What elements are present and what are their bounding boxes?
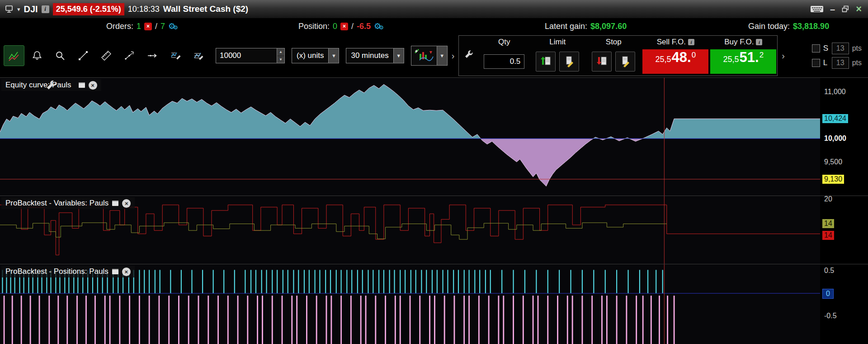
panel-expand-chevron[interactable]: › [782, 51, 785, 61]
edit-stop-order-button[interactable] [615, 52, 635, 72]
panel-close-button[interactable]: × [122, 199, 131, 208]
long-position-bar [616, 270, 617, 293]
horizontal-line-tool-icon[interactable] [142, 45, 163, 66]
axis-label: -0.5 [822, 311, 839, 320]
place-limit-order-button[interactable] [536, 52, 556, 72]
step-down-icon[interactable]: ▼ [277, 56, 284, 63]
annotate-lines-pencil-icon[interactable] [188, 45, 209, 66]
info-icon[interactable]: i [42, 5, 49, 13]
instrument-symbol[interactable]: DJI [24, 4, 38, 14]
sell-info-icon[interactable]: i [688, 39, 694, 45]
long-position-bar [288, 270, 288, 293]
chevron-down-icon[interactable]: ▼ [437, 46, 447, 65]
panel-close-button[interactable]: × [122, 268, 131, 276]
cancel-orders-icon[interactable]: × [144, 23, 152, 30]
buy-price-button[interactable]: 25,5 51. 2 [710, 49, 776, 74]
equity-price-axis[interactable]: 11,00010,42410,0009,5009,130 [820, 78, 868, 196]
buy-header-label: Buy F.O. [724, 38, 754, 47]
chevron-down-icon[interactable]: ▼ [393, 48, 404, 63]
quantity-input[interactable] [216, 48, 277, 63]
order-settings-wrench-icon[interactable] [464, 49, 474, 61]
short-position-bar [667, 296, 668, 344]
short-position-bar [85, 296, 87, 344]
long-position-bar [155, 270, 156, 293]
red-series-line [0, 205, 820, 255]
buy-price-sup: 2 [760, 51, 764, 60]
segment-tool-icon[interactable] [119, 45, 140, 66]
long-position-bar [437, 270, 438, 293]
backtest-variables-plot[interactable]: ProBacktest - Variables: Pauls × [0, 196, 820, 264]
place-stop-order-button[interactable] [592, 52, 612, 72]
short-position-bar [272, 296, 273, 344]
close-button[interactable]: × [856, 5, 862, 13]
s-checkbox[interactable] [812, 44, 820, 53]
instrument-dropdown-caret[interactable]: ▾ [17, 6, 20, 13]
short-position-bar [291, 296, 292, 344]
s-points-value[interactable]: 13 [832, 43, 849, 54]
short-position-bar [158, 296, 160, 344]
long-position-bar [421, 270, 422, 293]
keyboard-button[interactable] [810, 5, 824, 14]
stop-distance-row: S 13 pts [812, 43, 862, 54]
long-position-bar [283, 270, 283, 293]
long-position-bar [469, 270, 470, 293]
short-position-bar [109, 296, 111, 344]
long-position-bar [639, 270, 640, 293]
panel-restore-button[interactable] [112, 269, 118, 274]
long-position-bar [255, 270, 256, 293]
alerts-bell-icon[interactable] [27, 45, 47, 66]
timeframe-select[interactable]: 30 minutes ▼ [346, 48, 404, 63]
trendline-tool-icon[interactable] [73, 45, 94, 66]
equity-curve-plot[interactable]: Equity curve: Pauls × [0, 78, 820, 196]
workspace-icon[interactable] [5, 5, 14, 14]
sell-price-button[interactable]: 25,5 48. 0 [642, 49, 708, 74]
backtest-positions-plot[interactable]: ProBacktest - Positions: Pauls × [0, 264, 820, 344]
ruler-tool-icon[interactable] [96, 45, 117, 66]
quantity-stepper[interactable]: ▲ ▼ [277, 48, 284, 63]
equity-curve-canvas[interactable] [0, 78, 820, 196]
zoom-icon[interactable] [50, 45, 71, 66]
order-qty-input[interactable] [484, 55, 524, 68]
order-qty-field[interactable] [484, 54, 524, 69]
units-select[interactable]: (x) units ▼ [292, 48, 339, 63]
short-position-bar [178, 296, 179, 344]
orders-settings-gear-icon[interactable]: ⚙⚙ [168, 23, 178, 30]
panel-restore-button[interactable] [112, 201, 118, 206]
limit-order-buttons [536, 52, 579, 72]
orders-alt-count: 7 [160, 22, 165, 31]
draw-lines-pencil-icon[interactable] [165, 45, 186, 66]
step-up-icon[interactable]: ▲ [277, 48, 284, 56]
edit-limit-order-button[interactable] [559, 52, 579, 72]
short-position-bar [48, 296, 50, 344]
l-points-value[interactable]: 13 [832, 57, 849, 69]
market-name: Wall Street Cash ($2) [163, 4, 248, 14]
short-position-bar [419, 296, 420, 344]
short-position-bar [567, 296, 568, 344]
positions-value-axis[interactable]: 0.50-0.5 [820, 264, 868, 344]
title-bar: ▾ DJI i 25,549.6 (-2.51%) 10:18:33 Wall … [0, 0, 868, 19]
position-status: Position: 0 × / -6.5 ⚙⚙ [298, 19, 384, 34]
equity-panel-header: Equity curve: Pauls × [1, 79, 101, 91]
long-position-bar [277, 270, 278, 293]
positions-panel-header: ProBacktest - Positions: Pauls × [1, 266, 135, 277]
axis-label: 0 [822, 289, 834, 299]
chart-style-button[interactable]: ▼ [411, 46, 448, 66]
variables-value-axis[interactable]: 201414 [820, 196, 868, 264]
buy-info-icon[interactable]: i [756, 39, 762, 45]
panel-collapse-chevron[interactable]: › [452, 51, 455, 61]
buy-price-big: 51. [740, 49, 759, 66]
long-position-bar [304, 270, 305, 293]
l-checkbox[interactable] [812, 59, 820, 67]
buy-price-prefix: 25,5 [723, 55, 739, 64]
long-position-bar [570, 270, 571, 293]
axis-label: 0.5 [822, 266, 836, 275]
long-position-bar [432, 270, 433, 293]
position-settings-gear-icon[interactable]: ⚙⚙ [374, 23, 384, 30]
minimize-button[interactable]: – [830, 7, 835, 11]
restore-button[interactable] [841, 5, 849, 13]
chevron-down-icon[interactable]: ▼ [328, 48, 339, 63]
long-position-bar [442, 270, 443, 293]
latent-gain: Latent gain: $8,097.60 [545, 19, 627, 34]
chart-mode-button[interactable] [4, 45, 24, 66]
close-position-icon[interactable]: × [340, 23, 348, 30]
